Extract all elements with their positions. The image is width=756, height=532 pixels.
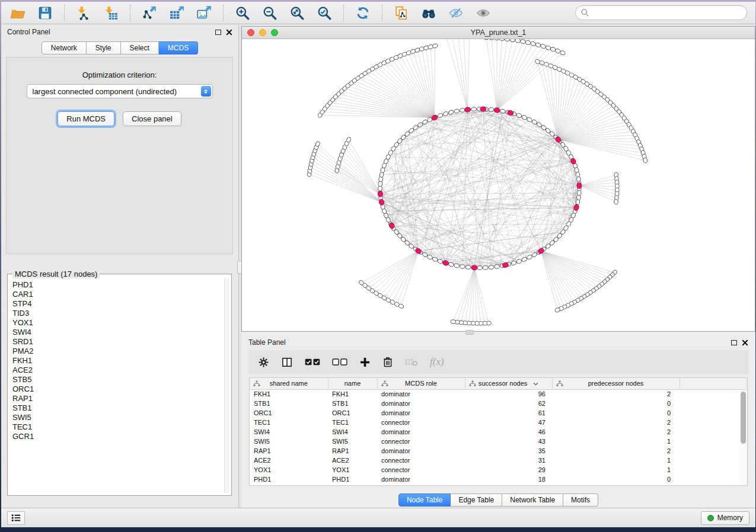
table-panel-tabs: Node TableEdge TableNetwork TableMotifs: [241, 493, 755, 507]
network-window-titlebar[interactable]: YPA_prune.txt_1: [242, 27, 755, 39]
zoom-selected-button[interactable]: [312, 4, 336, 22]
import-table-button[interactable]: [99, 4, 123, 22]
table-row[interactable]: RAP1RAP1dominator352: [250, 446, 747, 456]
control-panel-header: Control Panel: [1, 25, 238, 39]
mcds-result-item[interactable]: STB5: [12, 375, 223, 384]
mcds-result-list[interactable]: PHD1CAR1STP4TID3YOX1SWI4SRD1PMA2FKH1ACE2…: [12, 280, 223, 493]
application-window: Control Panel NetworkStyleSelectMCDS Opt…: [1, 2, 755, 527]
table-row[interactable]: PHD1PHD1dominator180: [250, 475, 747, 484]
table-settings-gear-icon[interactable]: [258, 357, 269, 368]
mcds-result-item[interactable]: SRD1: [12, 337, 223, 347]
zoom-out-button[interactable]: [258, 4, 282, 22]
memory-button[interactable]: Memory: [701, 511, 749, 525]
import-table-icon: [103, 5, 119, 21]
delete-column-trash-icon[interactable]: [382, 356, 393, 368]
mcds-result-item[interactable]: STB1: [12, 403, 223, 413]
tab-style[interactable]: Style: [87, 41, 121, 55]
network-canvas[interactable]: [242, 39, 755, 331]
memory-label: Memory: [717, 514, 743, 522]
import-network-button[interactable]: [72, 4, 95, 22]
mcds-result-item[interactable]: PMA2: [12, 347, 223, 356]
table-tab-edge-table[interactable]: Edge Table: [451, 493, 502, 507]
mcds-result-item[interactable]: PHD1: [12, 280, 223, 290]
attribute-type-icon: [556, 380, 563, 387]
table-row[interactable]: TEC1TEC1connector472: [250, 418, 747, 427]
run-mcds-button[interactable]: Run MCDS: [58, 111, 114, 126]
column-header-predecessor-nodes[interactable]: predecessor nodes: [552, 378, 680, 389]
deselect-all-icon[interactable]: [332, 357, 347, 367]
mcds-result-item[interactable]: ORC1: [12, 384, 223, 394]
table-scrollbar-track[interactable]: [739, 390, 747, 485]
mcds-result-item[interactable]: STP4: [12, 299, 223, 309]
mcds-result-item[interactable]: SWI5: [12, 413, 223, 422]
tab-mcds[interactable]: MCDS: [159, 41, 198, 55]
show-column-panel-icon[interactable]: [281, 357, 293, 368]
table-row[interactable]: STB1STB1dominator620: [250, 399, 747, 408]
sort-chevron-icon: [533, 382, 538, 386]
mcds-result-item[interactable]: SWI4: [12, 328, 223, 337]
table-row[interactable]: SWI4SWI4dominator462: [250, 427, 747, 437]
mcds-result-item[interactable]: GCR1: [12, 432, 223, 441]
tab-network[interactable]: Network: [42, 41, 87, 55]
column-header-name[interactable]: name: [328, 378, 377, 389]
memory-status-icon: [707, 515, 714, 521]
table-panel: Table Panel f(x) shared namenameMCDS rol…: [241, 335, 755, 508]
network-window-title: YPA_prune.txt_1: [242, 28, 755, 37]
binoculars-icon: [421, 5, 436, 21]
horizontal-splitter-grip[interactable]: [465, 330, 474, 335]
table-row[interactable]: ACE2ACE2connector311: [250, 456, 747, 465]
mcds-result-item[interactable]: YOX1: [12, 318, 223, 328]
table-tab-node-table[interactable]: Node Table: [398, 493, 451, 507]
duplicate-network-button[interactable]: [390, 4, 413, 22]
optimization-criterion-label: Optimization criterion:: [7, 70, 232, 79]
zoom-fit-icon: [289, 5, 305, 21]
mcds-result-item[interactable]: CAR1: [12, 290, 223, 299]
table-row[interactable]: FKH1FKH1dominator962: [250, 389, 747, 399]
mcds-result-item[interactable]: TEC1: [12, 422, 223, 432]
show-all-button[interactable]: [471, 4, 495, 22]
column-header-successor-nodes[interactable]: successor nodes: [465, 378, 552, 389]
zoom-fit-button[interactable]: [285, 4, 309, 22]
mcds-result-item[interactable]: ACE2: [12, 366, 223, 375]
mcds-result-item[interactable]: TID3: [12, 309, 223, 318]
refresh-button[interactable]: [351, 4, 375, 22]
mcds-result-item[interactable]: FKH1: [12, 356, 223, 366]
column-header-shared-name[interactable]: shared name: [250, 378, 328, 389]
mcds-result-item[interactable]: RAP1: [12, 394, 223, 403]
toolbar-separator: [343, 5, 344, 21]
table-tab-motifs[interactable]: Motifs: [563, 493, 598, 507]
control-panel: Control Panel NetworkStyleSelectMCDS Opt…: [1, 25, 239, 508]
float-panel-icon[interactable]: [731, 340, 737, 345]
table-row[interactable]: ORC1ORC1dominator610: [250, 408, 747, 418]
table-row[interactable]: YOX1YOX1connector291: [250, 465, 747, 475]
float-panel-icon[interactable]: [215, 30, 221, 35]
open-file-button[interactable]: [6, 4, 30, 22]
save-session-button[interactable]: [33, 4, 57, 22]
zoom-in-button[interactable]: [231, 4, 254, 22]
table-row[interactable]: SWI5SWI5connector431: [250, 437, 747, 446]
find-neighbors-button[interactable]: [417, 4, 441, 22]
close-panel-icon[interactable]: [226, 29, 232, 36]
column-header-MCDS-role[interactable]: MCDS role: [377, 378, 465, 389]
attribute-type-icon: [381, 380, 388, 387]
show-panels-button[interactable]: [7, 511, 25, 525]
optimization-criterion-select[interactable]: largest connected component (undirected): [27, 84, 213, 98]
close-panel-icon[interactable]: [742, 339, 748, 346]
export-network-button[interactable]: [138, 4, 161, 22]
add-column-icon[interactable]: [359, 357, 371, 368]
mcds-result-scrollbar[interactable]: [224, 278, 229, 493]
table-tab-network-table[interactable]: Network Table: [502, 493, 563, 507]
toolbar-separator: [130, 5, 130, 21]
export-image-button[interactable]: [192, 4, 216, 22]
network-view-window: YPA_prune.txt_1: [241, 26, 755, 332]
function-builder-icon-disabled: f(x): [430, 356, 444, 368]
tab-select[interactable]: Select: [121, 41, 159, 55]
table-scrollbar-thumb[interactable]: [741, 392, 746, 444]
search-input[interactable]: [575, 5, 747, 20]
hide-selected-button[interactable]: [444, 4, 468, 22]
export-table-button[interactable]: [165, 4, 189, 22]
delete-table-icon-disabled: [405, 357, 418, 367]
refresh-icon: [355, 5, 371, 21]
select-all-icon[interactable]: [305, 357, 320, 367]
close-panel-button[interactable]: Close panel: [123, 111, 181, 126]
